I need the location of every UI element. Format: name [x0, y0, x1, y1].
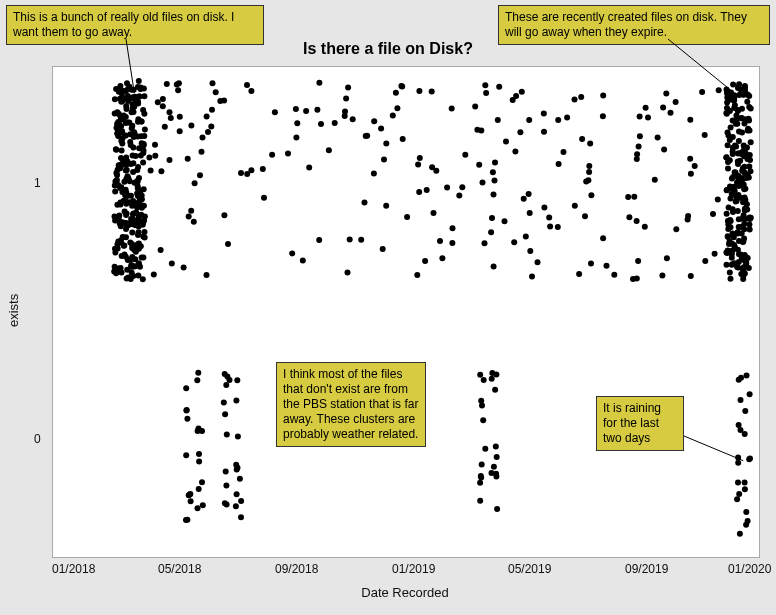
- svg-point-485: [742, 271, 748, 277]
- svg-point-590: [350, 116, 356, 122]
- svg-point-742: [233, 503, 239, 509]
- svg-point-645: [519, 89, 525, 95]
- svg-point-499: [332, 120, 338, 126]
- svg-point-704: [637, 114, 643, 120]
- x-tick-1: 05/2018: [158, 562, 201, 576]
- svg-point-597: [588, 192, 594, 198]
- svg-point-465: [747, 157, 753, 163]
- svg-point-559: [167, 109, 173, 115]
- svg-point-776: [736, 422, 742, 428]
- svg-point-725: [195, 370, 201, 376]
- svg-point-570: [459, 184, 465, 190]
- svg-point-615: [626, 214, 632, 220]
- svg-point-541: [556, 161, 562, 167]
- svg-point-256: [141, 148, 147, 154]
- svg-point-752: [477, 372, 483, 378]
- svg-point-627: [417, 155, 423, 161]
- svg-point-270: [140, 276, 146, 282]
- svg-point-531: [535, 259, 541, 265]
- svg-point-533: [294, 120, 300, 126]
- svg-point-621: [404, 214, 410, 220]
- svg-point-641: [586, 163, 592, 169]
- svg-point-628: [578, 94, 584, 100]
- annotation-pbs-weather: I think most of the files that don't exi…: [276, 362, 426, 447]
- svg-point-772: [735, 460, 741, 466]
- x-tick-4: 05/2019: [508, 562, 551, 576]
- svg-point-564: [564, 115, 570, 121]
- svg-point-672: [600, 113, 606, 119]
- svg-point-601: [177, 114, 183, 120]
- svg-point-651: [702, 258, 708, 264]
- svg-point-15: [112, 96, 118, 102]
- svg-point-536: [588, 260, 594, 266]
- svg-point-263: [138, 212, 144, 218]
- svg-point-322: [725, 234, 731, 240]
- svg-point-528: [168, 115, 174, 121]
- svg-point-498: [692, 163, 698, 169]
- svg-point-769: [493, 474, 499, 480]
- svg-point-315: [725, 129, 731, 135]
- x-tick-0: 01/2018: [52, 562, 95, 576]
- svg-point-658: [645, 115, 651, 121]
- svg-point-502: [579, 136, 585, 142]
- svg-point-606: [343, 96, 349, 102]
- svg-point-252: [141, 133, 147, 139]
- svg-point-602: [318, 121, 324, 127]
- svg-point-702: [503, 139, 509, 145]
- svg-point-718: [196, 451, 202, 457]
- svg-point-698: [450, 225, 456, 231]
- svg-point-65: [117, 200, 123, 206]
- svg-point-555: [393, 90, 399, 96]
- svg-point-254: [135, 101, 141, 107]
- svg-point-694: [636, 144, 642, 150]
- x-tick-3: 01/2019: [392, 562, 435, 576]
- svg-point-612: [345, 85, 351, 91]
- svg-point-640: [362, 199, 368, 205]
- svg-point-777: [735, 480, 741, 486]
- svg-point-226: [135, 164, 141, 170]
- svg-point-506: [293, 134, 299, 140]
- svg-point-639: [378, 126, 384, 132]
- svg-point-487: [746, 118, 752, 124]
- svg-point-654: [210, 80, 216, 86]
- svg-point-713: [183, 517, 189, 523]
- svg-point-532: [390, 112, 396, 118]
- svg-point-666: [555, 117, 561, 123]
- svg-point-648: [293, 106, 299, 112]
- svg-point-265: [137, 218, 143, 224]
- annotation-new-files: These are recently created files on disk…: [498, 5, 770, 45]
- svg-point-273: [139, 196, 145, 202]
- svg-point-310: [728, 224, 734, 230]
- svg-point-238: [139, 255, 145, 261]
- svg-point-326: [724, 262, 730, 268]
- svg-point-595: [541, 205, 547, 211]
- svg-point-508: [482, 240, 488, 246]
- svg-point-686: [204, 272, 210, 278]
- svg-point-750: [478, 473, 484, 479]
- svg-point-59: [123, 168, 129, 174]
- svg-point-614: [585, 177, 591, 183]
- svg-point-758: [477, 498, 483, 504]
- svg-point-274: [140, 107, 146, 113]
- svg-point-575: [269, 152, 275, 158]
- svg-point-617: [158, 168, 164, 174]
- svg-point-599: [526, 117, 532, 123]
- svg-point-682: [660, 105, 666, 111]
- svg-point-545: [476, 162, 482, 168]
- svg-point-659: [347, 237, 353, 243]
- svg-point-442: [748, 139, 754, 145]
- svg-point-283: [724, 211, 730, 217]
- svg-point-132: [126, 120, 132, 126]
- svg-point-735: [224, 432, 230, 438]
- svg-point-744: [233, 397, 239, 403]
- svg-point-613: [152, 153, 158, 159]
- svg-point-500: [555, 224, 561, 230]
- svg-point-569: [200, 135, 206, 141]
- svg-point-574: [496, 84, 502, 90]
- svg-point-35: [111, 269, 117, 275]
- svg-point-755: [478, 398, 484, 404]
- svg-point-770: [492, 387, 498, 393]
- svg-point-619: [685, 217, 691, 223]
- svg-point-248: [142, 234, 148, 240]
- svg-point-701: [642, 224, 648, 230]
